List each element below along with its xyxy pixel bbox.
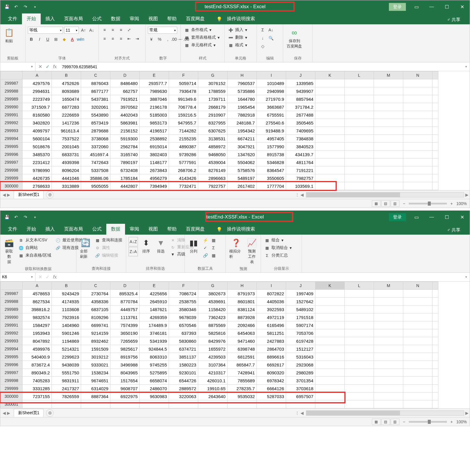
cell[interactable]: 1584297 — [23, 321, 52, 329]
tab-data[interactable]: 数据 — [106, 13, 125, 24]
select-all-corner[interactable] — [1, 71, 23, 79]
cell[interactable] — [315, 306, 345, 313]
cell[interactable]: 9468050 — [198, 151, 228, 158]
cell[interactable]: 5018676 — [23, 143, 52, 151]
cell[interactable]: 6957507 — [286, 393, 315, 400]
cell[interactable] — [315, 329, 345, 337]
cell[interactable]: 3220063 — [169, 393, 198, 400]
cell[interactable]: 8276149 — [198, 166, 228, 174]
cell[interactable] — [23, 400, 52, 408]
cell[interactable] — [403, 182, 433, 190]
cell[interactable]: 2940998 — [257, 87, 286, 95]
decrease-font-icon[interactable]: A↓ — [88, 27, 95, 33]
cell[interactable] — [374, 87, 403, 95]
select-all-corner[interactable] — [1, 282, 23, 290]
zoom-out-icon[interactable]: − — [403, 201, 405, 206]
cell[interactable]: 451697.4 — [81, 151, 110, 158]
cond-format-button[interactable]: ▦条件格式 ▾ — [183, 27, 213, 33]
maximize-icon[interactable]: ☐ — [439, 0, 454, 13]
cell[interactable]: 6699741 — [81, 321, 110, 329]
row-header[interactable]: 299989 — [1, 95, 23, 103]
cell[interactable]: 3663687 — [257, 103, 286, 111]
cell[interactable]: 7265659 — [110, 337, 140, 345]
accept-formula-icon[interactable]: ✓ — [46, 274, 49, 280]
redo-icon[interactable]: ↷ — [22, 3, 29, 10]
col-header[interactable]: N — [403, 71, 433, 79]
cell[interactable]: 2226659 — [52, 111, 81, 119]
cell[interactable] — [374, 158, 403, 166]
cell[interactable]: 8063310 — [140, 353, 169, 361]
paste-button[interactable]: 📋粘贴 — [3, 27, 16, 44]
cell[interactable]: 3738068 — [81, 135, 110, 143]
cell[interactable] — [315, 313, 345, 321]
font-color-icon[interactable]: A — [69, 36, 76, 42]
cell[interactable]: 3076152 — [198, 79, 228, 87]
cell[interactable]: 4297576 — [23, 79, 52, 87]
cell[interactable] — [374, 135, 403, 143]
cell[interactable] — [198, 400, 228, 408]
col-header[interactable]: J — [286, 71, 315, 79]
row-header[interactable]: 299988 — [1, 298, 23, 306]
tab-baidu[interactable]: 百度网盘 — [181, 224, 209, 235]
cell[interactable] — [315, 151, 345, 158]
relationships-icon[interactable]: 🔗 — [202, 252, 209, 259]
cell[interactable]: 2427883 — [257, 337, 286, 345]
sort-button[interactable]: ⬍排序 — [140, 237, 153, 255]
cell[interactable] — [403, 377, 433, 385]
cell[interactable]: 434139.7 — [286, 151, 315, 158]
cell[interactable] — [403, 151, 433, 158]
cell[interactable] — [374, 127, 403, 135]
cell[interactable]: 3550605 — [257, 174, 286, 182]
col-header[interactable]: C — [81, 71, 110, 79]
cell[interactable] — [345, 369, 374, 377]
cell[interactable]: 2879688 — [81, 127, 110, 135]
forecast-sheet-button[interactable]: 📈预测 工作表 — [245, 237, 258, 265]
cell[interactable] — [345, 143, 374, 151]
cell[interactable]: 2223749 — [23, 95, 52, 103]
cell[interactable]: 6812591 — [228, 353, 257, 361]
cell[interactable]: 5735886 — [228, 87, 257, 95]
cell[interactable]: 4956279 — [140, 174, 169, 182]
row-header[interactable]: 299988 — [1, 87, 23, 95]
col-header[interactable]: L — [345, 71, 374, 79]
cell[interactable] — [257, 400, 286, 408]
cell[interactable]: 1785184 — [110, 174, 140, 182]
cell[interactable] — [403, 174, 433, 182]
cell[interactable]: 3851137 — [169, 353, 198, 361]
cell[interactable] — [345, 119, 374, 127]
properties-button[interactable]: ⚙属性 — [94, 245, 124, 251]
cell[interactable]: 4269359 — [140, 313, 169, 321]
cell[interactable]: 7855689 — [228, 377, 257, 385]
tab-formula[interactable]: 公式 — [88, 224, 106, 235]
cell[interactable]: 6307625 — [198, 127, 228, 135]
cell[interactable]: 7960537 — [228, 79, 257, 87]
cell[interactable] — [403, 313, 433, 321]
cell[interactable]: 6755591 — [257, 111, 286, 119]
cell[interactable] — [315, 95, 345, 103]
cell[interactable]: 2196178 — [140, 103, 169, 111]
cell[interactable]: 8043965 — [110, 369, 140, 377]
cell[interactable]: 9243429 — [52, 290, 81, 298]
cell[interactable]: 5551750 — [52, 369, 81, 377]
cell[interactable]: 4578653 — [23, 290, 52, 298]
cell[interactable]: 2299623 — [52, 353, 81, 361]
cell[interactable]: 8047892 — [23, 337, 52, 345]
queries-button[interactable]: ▦查询和连接 — [94, 237, 124, 243]
share-button[interactable]: ♂ 共享 — [444, 226, 464, 235]
cell[interactable]: 7574399 — [110, 321, 140, 329]
cell[interactable]: 8875569 — [198, 321, 228, 329]
cell[interactable] — [403, 329, 433, 337]
data-val-icon[interactable]: ✓ — [202, 245, 209, 251]
align-top-icon[interactable]: ≡ — [101, 27, 108, 33]
cell[interactable]: 1788559 — [198, 87, 228, 95]
cell[interactable]: 6833731 — [52, 151, 81, 158]
zoom-level[interactable]: 100% — [456, 419, 467, 424]
fill-icon[interactable]: ↓ — [259, 35, 266, 41]
cell[interactable]: 8627534 — [23, 298, 52, 306]
cell[interactable]: 6692617 — [257, 361, 286, 369]
currency-icon[interactable]: ¥ — [148, 36, 155, 42]
expand-formula-icon[interactable]: ▾ — [463, 65, 470, 69]
login-button[interactable]: 登录 — [389, 3, 406, 11]
accept-formula-icon[interactable]: ✓ — [46, 64, 49, 69]
cell[interactable] — [315, 353, 345, 361]
